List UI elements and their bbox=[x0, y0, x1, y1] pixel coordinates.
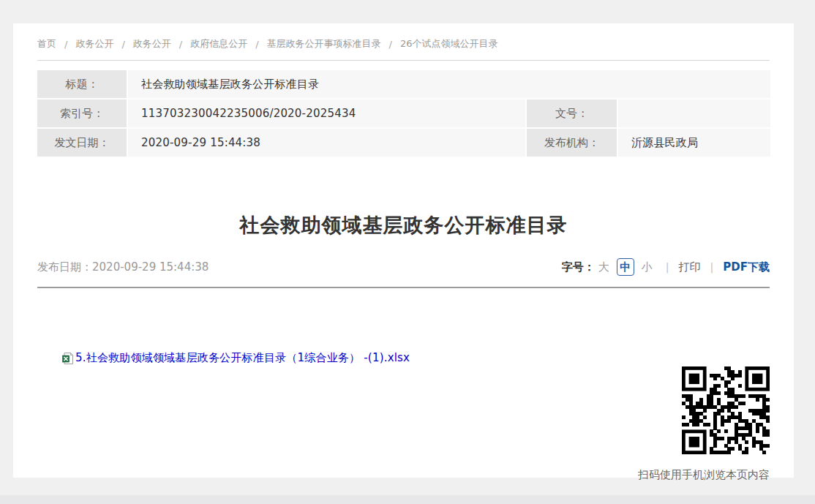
meta-docnum-value bbox=[618, 99, 770, 127]
breadcrumb-item-pilot-catalog[interactable]: 26个试点领域公开目录 bbox=[400, 37, 498, 50]
meta-docnum-label: 文号： bbox=[527, 99, 617, 127]
header-body-divider bbox=[37, 287, 770, 288]
article-info-row: 发布日期：2020-09-29 15:44:38 字号： 大 中 小 | 打印 … bbox=[37, 258, 770, 276]
font-size-small-button[interactable]: 小 bbox=[642, 260, 653, 274]
article-toolbar: 字号： 大 中 小 | 打印 | PDF下载 bbox=[562, 258, 770, 276]
publish-date-value: 2020-09-29 15:44:38 bbox=[92, 260, 209, 274]
publish-date-label: 发布日期： bbox=[37, 260, 92, 274]
breadcrumb-item-zhengwu-gongkai-1[interactable]: 政务公开 bbox=[75, 37, 113, 50]
page-bottom-strip bbox=[0, 495, 815, 504]
toolbar-separator: | bbox=[666, 261, 669, 273]
document-meta-table: 标题： 社会救助领域基层政务公开标准目录 索引号： 11370323004223… bbox=[37, 70, 770, 157]
page-title: 社会救助领域基层政务公开标准目录 bbox=[37, 212, 770, 238]
qr-block: 扫码使用手机浏览本页内容 bbox=[37, 366, 770, 482]
meta-index-label: 索引号： bbox=[37, 99, 127, 127]
font-size-large-button[interactable]: 大 bbox=[598, 260, 609, 274]
meta-index-value: 113703230042235006/2020-2025434 bbox=[128, 99, 525, 127]
breadcrumb: 首页 / 政务公开 / 政务公开 / 政府信息公开 / 基层政务公开事项标准目录… bbox=[37, 23, 770, 50]
publish-date: 发布日期：2020-09-29 15:44:38 bbox=[37, 260, 209, 274]
breadcrumb-separator: / bbox=[64, 39, 67, 50]
print-button[interactable]: 打印 bbox=[679, 260, 701, 274]
breadcrumb-separator: / bbox=[179, 39, 182, 50]
breadcrumb-item-standard-catalog[interactable]: 基层政务公开事项标准目录 bbox=[267, 37, 381, 50]
breadcrumb-separator: / bbox=[255, 39, 258, 50]
meta-date-value: 2020-09-29 15:44:38 bbox=[128, 129, 525, 157]
excel-file-icon bbox=[62, 353, 73, 364]
qr-caption: 扫码使用手机浏览本页内容 bbox=[37, 468, 770, 482]
breadcrumb-separator: / bbox=[389, 39, 392, 50]
toolbar-separator: | bbox=[710, 261, 714, 273]
breadcrumb-item-gov-info[interactable]: 政府信息公开 bbox=[190, 37, 247, 50]
meta-agency-value: 沂源县民政局 bbox=[618, 129, 770, 157]
breadcrumb-item-home[interactable]: 首页 bbox=[37, 37, 56, 50]
attachment-link-xlsx[interactable]: 5.社会救助领域领域基层政务公开标准目录（1综合业务） -(1).xlsx bbox=[75, 351, 410, 365]
meta-title-label: 标题： bbox=[37, 70, 127, 98]
font-size-medium-button[interactable]: 中 bbox=[617, 258, 634, 276]
pdf-download-button[interactable]: PDF下载 bbox=[723, 260, 770, 274]
meta-title-value: 社会救助领域基层政务公开标准目录 bbox=[128, 70, 770, 98]
content-card: 首页 / 政务公开 / 政务公开 / 政府信息公开 / 基层政务公开事项标准目录… bbox=[13, 23, 794, 478]
meta-date-label: 发文日期： bbox=[37, 129, 127, 157]
breadcrumb-separator: / bbox=[121, 39, 124, 50]
qr-code-image bbox=[682, 366, 770, 454]
attachment-row: 5.社会救助领域领域基层政务公开标准目录（1综合业务） -(1).xlsx bbox=[37, 351, 770, 365]
meta-agency-label: 发布机构： bbox=[527, 129, 617, 157]
breadcrumb-item-zhengwu-gongkai-2[interactable]: 政务公开 bbox=[133, 37, 171, 50]
breadcrumb-divider bbox=[37, 60, 770, 61]
font-size-label: 字号： bbox=[562, 260, 595, 274]
